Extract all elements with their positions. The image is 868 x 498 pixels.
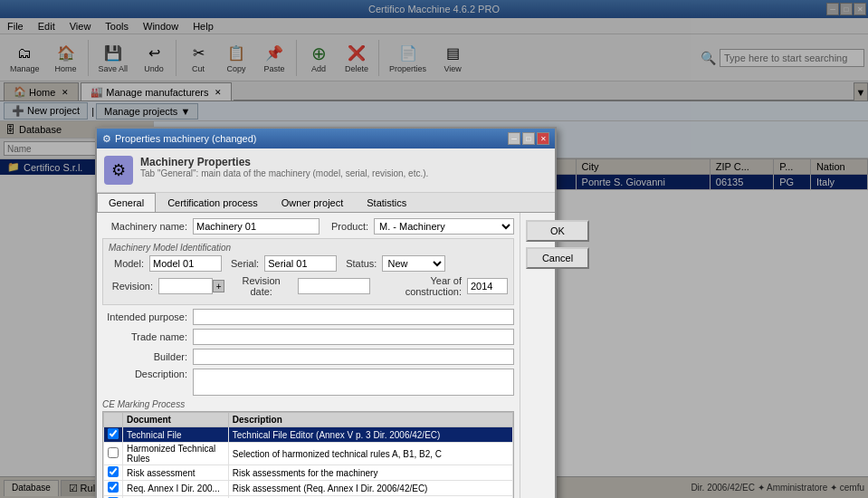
modal-header: ⚙ Machinery Properties Tab "General": ma… xyxy=(97,148,555,193)
model-section-title: Machinery Model Identification xyxy=(109,243,508,253)
ce-checkbox-cell[interactable] xyxy=(104,427,123,443)
col-document: Document xyxy=(123,413,229,427)
cancel-button[interactable]: Cancel xyxy=(526,247,589,269)
model-section: Machinery Model Identification Model: Se… xyxy=(102,238,514,305)
ce-table-header: Document Description xyxy=(104,413,513,427)
description-row: Description: xyxy=(102,369,514,396)
revision-date-input[interactable] xyxy=(298,278,370,294)
tab-general[interactable]: General xyxy=(97,193,156,212)
trade-name-row: Trade name: xyxy=(102,329,514,345)
ce-description: Risk assessment (Req. Annex I Dir. 2006/… xyxy=(228,481,512,496)
ce-document: Risk assessment xyxy=(123,465,229,481)
builder-label: Builder: xyxy=(102,351,193,362)
revision-date-label: Revision date: xyxy=(230,275,298,297)
serial-label: Serial: xyxy=(231,258,264,269)
product-label: Product: xyxy=(329,221,374,232)
ce-table: Document Description Technical File Tech… xyxy=(103,412,513,498)
ce-checkbox[interactable] xyxy=(108,447,119,458)
ce-document: Technical File xyxy=(123,427,229,443)
modal-title: Properties machinery (changed) xyxy=(115,133,257,144)
modal-header-text: Machinery Properties Tab "General": main… xyxy=(140,156,548,178)
ce-table-row[interactable]: Harmonized Technical Rules Selection of … xyxy=(104,443,513,465)
intended-purpose-row: Intended purpose: xyxy=(102,309,514,325)
ok-button[interactable]: OK xyxy=(526,220,589,242)
tab-statistics[interactable]: Statistics xyxy=(355,193,418,212)
modal-actions: OK Cancel Help xyxy=(520,213,592,498)
status-select[interactable]: New xyxy=(382,255,445,272)
modal-header-icon: ⚙ xyxy=(104,156,133,185)
tab-owner[interactable]: Owner project xyxy=(270,193,355,212)
ce-checkbox[interactable] xyxy=(108,428,119,439)
ce-checkbox-cell[interactable] xyxy=(104,465,123,481)
machinery-name-input[interactable] xyxy=(193,218,320,235)
serial-input[interactable] xyxy=(264,255,337,272)
machinery-name-label: Machinery name: xyxy=(102,221,193,232)
modal-content: Machinery name: Product: M. - Machinery … xyxy=(97,213,555,498)
modal-title-controls: ─ □ ✕ xyxy=(508,132,549,145)
machinery-name-row: Machinery name: Product: M. - Machinery xyxy=(102,218,514,235)
ce-document: Req. Annex I Dir. 200... xyxy=(123,481,229,496)
builder-row: Builder: xyxy=(102,349,514,365)
ce-table-container[interactable]: Document Description Technical File Tech… xyxy=(102,411,514,498)
revision-input[interactable] xyxy=(158,278,213,294)
ce-description: Risk assessments for the machinery xyxy=(228,465,512,481)
col-description: Description xyxy=(228,413,512,427)
ce-checkbox[interactable] xyxy=(108,466,119,477)
ce-section: CE Marking Process Document Description xyxy=(102,399,514,498)
status-label: Status: xyxy=(346,258,382,269)
trade-name-label: Trade name: xyxy=(102,331,193,342)
year-input[interactable] xyxy=(467,278,508,294)
ce-description: Technical File Editor (Annex V p. 3 Dir.… xyxy=(228,427,512,443)
model-row: Model: Serial: Status: New xyxy=(109,255,508,272)
model-label: Model: xyxy=(109,258,149,269)
model-input[interactable] xyxy=(149,255,222,272)
dialog-close-btn[interactable]: ✕ xyxy=(537,132,549,145)
modal-header-subtitle: Tab "General": main data of the machiner… xyxy=(140,168,548,178)
revision-row: Revision: + Revision date: Year of const… xyxy=(109,275,508,297)
dialog-restore-btn[interactable]: □ xyxy=(522,132,535,145)
ce-table-row[interactable]: Risk assessment Risk assessments for the… xyxy=(104,465,513,481)
ce-table-row[interactable]: Req. Annex I Dir. 200... Risk assessment… xyxy=(104,481,513,496)
description-input[interactable] xyxy=(193,369,514,396)
modal-header-title: Machinery Properties xyxy=(140,156,548,168)
ce-checkbox-cell[interactable] xyxy=(104,481,123,496)
modal-overlay: ⚙ Properties machinery (changed) ─ □ ✕ ⚙… xyxy=(0,0,868,498)
trade-name-input[interactable] xyxy=(193,329,514,345)
ce-description: Selection of harmonized technical rules … xyxy=(228,443,512,465)
revision-label: Revision: xyxy=(109,281,158,292)
modal-form: Machinery name: Product: M. - Machinery … xyxy=(97,213,520,498)
ce-table-row[interactable]: Technical File Technical File Editor (An… xyxy=(104,427,513,443)
intended-purpose-input[interactable] xyxy=(193,309,514,325)
modal-title-icon: ⚙ xyxy=(102,133,111,145)
tab-certification[interactable]: Certification process xyxy=(156,193,270,212)
intended-purpose-label: Intended purpose: xyxy=(102,311,193,322)
product-select[interactable]: M. - Machinery xyxy=(374,218,514,235)
ce-section-title: CE Marking Process xyxy=(102,399,514,409)
description-label: Description: xyxy=(102,369,193,379)
modal-tabs: General Certification process Owner proj… xyxy=(97,193,555,213)
ce-checkbox[interactable] xyxy=(108,482,119,493)
revision-plus-btn[interactable]: + xyxy=(213,280,224,292)
dialog-minimize-btn[interactable]: ─ xyxy=(508,132,520,145)
modal-titlebar: ⚙ Properties machinery (changed) ─ □ ✕ xyxy=(97,129,555,148)
ce-checkbox-cell[interactable] xyxy=(104,443,123,465)
col-check xyxy=(104,413,123,427)
year-label: Year of construction: xyxy=(376,275,467,297)
properties-dialog: ⚙ Properties machinery (changed) ─ □ ✕ ⚙… xyxy=(95,127,557,498)
ce-document: Harmonized Technical Rules xyxy=(123,443,229,465)
builder-input[interactable] xyxy=(193,349,514,365)
